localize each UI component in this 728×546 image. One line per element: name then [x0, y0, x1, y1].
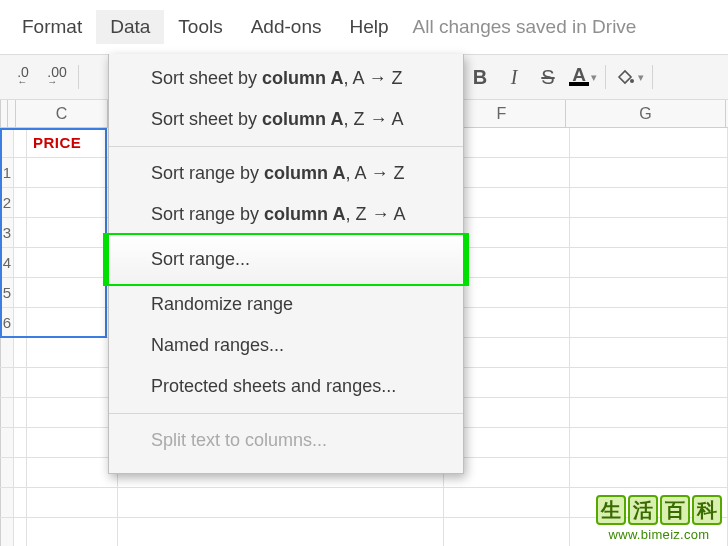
menu-protected-sheets[interactable]: Protected sheets and ranges...	[109, 366, 463, 407]
strikethrough-button[interactable]: S	[531, 60, 565, 94]
cell[interactable]	[570, 128, 728, 157]
row-header[interactable]: 6	[0, 308, 14, 337]
svg-point-0	[630, 79, 634, 83]
menu-separator	[109, 413, 463, 414]
menu-sort-range[interactable]: Sort range...	[109, 235, 463, 284]
save-status: All changes saved in Drive	[403, 16, 637, 38]
chevron-down-icon: ▾	[591, 71, 597, 84]
menu-named-ranges[interactable]: Named ranges...	[109, 325, 463, 366]
toolbar-separator	[605, 65, 606, 89]
cell[interactable]	[14, 218, 27, 247]
cell[interactable]	[14, 248, 27, 277]
menu-sort-range-za[interactable]: Sort range by column A, Z → A	[109, 194, 463, 235]
column-header-c[interactable]: C	[16, 100, 108, 127]
watermark-url: www.bimeiz.com	[596, 527, 722, 542]
menu-randomize-range[interactable]: Randomize range	[109, 284, 463, 325]
menu-data[interactable]: Data	[96, 10, 164, 44]
cell[interactable]	[570, 218, 728, 247]
paint-bucket-icon	[614, 67, 636, 87]
row-header[interactable]: 4	[0, 248, 14, 277]
menu-addons[interactable]: Add-ons	[237, 10, 336, 44]
row-header[interactable]: 3	[0, 218, 14, 247]
watermark-char: 活	[628, 495, 658, 525]
cell[interactable]	[14, 158, 27, 187]
cell[interactable]	[570, 158, 728, 187]
watermark-char: 科	[692, 495, 722, 525]
menu-sort-sheet-az[interactable]: Sort sheet by column A, A → Z	[109, 58, 463, 99]
data-menu-dropdown: Sort sheet by column A, A → Z Sort sheet…	[108, 54, 464, 474]
bold-button[interactable]: B	[463, 60, 497, 94]
menu-split-text: Split text to columns...	[109, 420, 463, 461]
toolbar-separator	[652, 65, 653, 89]
italic-button[interactable]: I	[497, 60, 531, 94]
menubar: Format Data Tools Add-ons Help All chang…	[0, 0, 728, 54]
column-header[interactable]	[8, 100, 16, 127]
cell[interactable]	[14, 278, 27, 307]
decrease-decimal-button[interactable]: .0 ←	[6, 60, 40, 94]
corner-cell[interactable]	[0, 100, 8, 127]
row-header[interactable]: 5	[0, 278, 14, 307]
cell[interactable]	[14, 308, 27, 337]
row-header[interactable]: 2	[0, 188, 14, 217]
increase-decimal-button[interactable]: .00 →	[40, 60, 74, 94]
watermark: 生 活 百 科 www.bimeiz.com	[596, 495, 722, 542]
highlight-box: Sort range...	[109, 235, 463, 284]
menu-help[interactable]: Help	[335, 10, 402, 44]
cell[interactable]	[570, 188, 728, 217]
cell[interactable]	[27, 308, 118, 337]
chevron-down-icon: ▾	[638, 71, 644, 84]
text-color-button[interactable]: A ▾	[565, 60, 601, 94]
cell[interactable]	[570, 248, 728, 277]
cell[interactable]	[570, 278, 728, 307]
menu-tools[interactable]: Tools	[164, 10, 236, 44]
row-header[interactable]: 1	[0, 158, 14, 187]
row-header[interactable]	[0, 128, 14, 157]
toolbar-separator	[78, 65, 79, 89]
watermark-char: 百	[660, 495, 690, 525]
menu-sort-range-az[interactable]: Sort range by column A, A → Z	[109, 153, 463, 194]
menu-separator	[109, 146, 463, 147]
cell[interactable]	[14, 188, 27, 217]
fill-color-button[interactable]: ▾	[610, 60, 648, 94]
cell[interactable]	[27, 158, 118, 187]
cell-price-header[interactable]: PRICE	[27, 128, 118, 157]
cell[interactable]	[14, 128, 27, 157]
cell[interactable]	[27, 188, 118, 217]
menu-sort-sheet-za[interactable]: Sort sheet by column A, Z → A	[109, 99, 463, 140]
column-header-g[interactable]: G	[566, 100, 726, 127]
menu-format[interactable]: Format	[8, 10, 96, 44]
watermark-char: 生	[596, 495, 626, 525]
cell[interactable]	[570, 308, 728, 337]
